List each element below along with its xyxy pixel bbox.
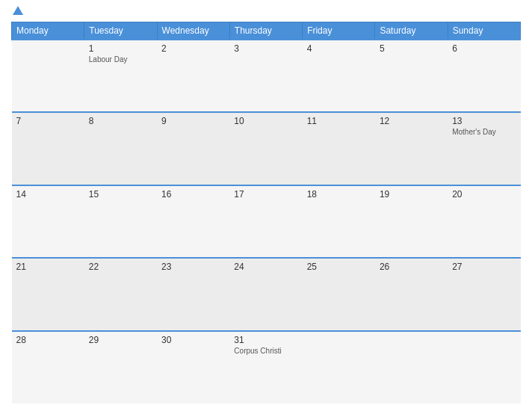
- calendar-cell: 22: [84, 258, 157, 330]
- calendar-cell: 6: [448, 40, 520, 112]
- day-number: 14: [16, 189, 80, 200]
- day-number: 27: [452, 262, 516, 272]
- day-number: 20: [452, 189, 516, 200]
- calendar-cell: 8: [84, 112, 157, 185]
- week-row-4: 21222324252627: [12, 258, 521, 330]
- day-number: 30: [161, 335, 225, 345]
- calendar-cell: 26: [375, 258, 448, 330]
- day-number: 23: [161, 262, 225, 272]
- calendar-cell: 1Labour Day: [84, 40, 157, 112]
- weekday-header-wednesday: Wednesday: [157, 22, 229, 40]
- weekday-header-row: MondayTuesdayWednesdayThursdayFridaySatu…: [12, 22, 521, 40]
- calendar-cell: 3: [229, 40, 302, 112]
- logo-triangle-icon: [13, 6, 23, 17]
- holiday-label: Corpus Christi: [234, 347, 297, 355]
- holiday-label: Mother's Day: [452, 128, 516, 136]
- calendar-cell: 25: [303, 258, 375, 330]
- calendar-cell: 17: [229, 185, 302, 258]
- week-row-5: 28293031Corpus Christi: [12, 331, 521, 404]
- calendar-cell: 29: [84, 331, 157, 404]
- calendar-cell: 4: [303, 40, 375, 112]
- day-number: 28: [16, 335, 80, 345]
- day-number: 24: [234, 262, 297, 272]
- day-number: 13: [452, 116, 516, 126]
- day-number: 3: [234, 43, 297, 54]
- calendar-cell: 12: [375, 112, 448, 185]
- weekday-header-saturday: Saturday: [375, 22, 448, 40]
- calendar-cell: [12, 40, 84, 112]
- day-number: 11: [307, 116, 371, 126]
- calendar-cell: 2: [157, 40, 229, 112]
- calendar-cell: 7: [12, 112, 84, 185]
- calendar-cell: 27: [448, 258, 520, 330]
- weekday-header-tuesday: Tuesday: [84, 22, 157, 40]
- day-number: 1: [89, 43, 152, 54]
- calendar-cell: [375, 331, 448, 404]
- day-number: 17: [234, 189, 297, 200]
- day-number: 9: [161, 116, 225, 126]
- week-row-2: 78910111213Mother's Day: [12, 112, 521, 185]
- day-number: 22: [89, 262, 152, 272]
- calendar-header: [11, 7, 521, 17]
- day-number: 12: [380, 116, 443, 126]
- calendar-cell: [448, 331, 520, 404]
- svg-marker-0: [13, 6, 23, 15]
- calendar-cell: 31Corpus Christi: [229, 331, 302, 404]
- day-number: 29: [89, 335, 152, 345]
- day-number: 7: [16, 116, 80, 126]
- calendar-cell: 13Mother's Day: [448, 112, 520, 185]
- day-number: 15: [89, 189, 152, 200]
- day-number: 25: [307, 262, 371, 272]
- day-number: 10: [234, 116, 297, 126]
- calendar-cell: 11: [303, 112, 375, 185]
- calendar-cell: 23: [157, 258, 229, 330]
- calendar-cell: 10: [229, 112, 302, 185]
- calendar-cell: 15: [84, 185, 157, 258]
- calendar-cell: 9: [157, 112, 229, 185]
- calendar-cell: 18: [303, 185, 375, 258]
- calendar-cell: 28: [12, 331, 84, 404]
- day-number: 19: [380, 189, 443, 200]
- day-number: 18: [307, 189, 371, 200]
- calendar-cell: 21: [12, 258, 84, 330]
- day-number: 31: [234, 335, 297, 345]
- weekday-header-sunday: Sunday: [448, 22, 520, 40]
- week-row-1: 1Labour Day23456: [12, 40, 521, 112]
- calendar-table: MondayTuesdayWednesdayThursdayFridaySatu…: [11, 22, 521, 404]
- weekday-header-monday: Monday: [12, 22, 84, 40]
- day-number: 2: [161, 43, 225, 54]
- week-row-3: 14151617181920: [12, 185, 521, 258]
- calendar-cell: 19: [375, 185, 448, 258]
- calendar-cell: 30: [157, 331, 229, 404]
- day-number: 4: [307, 43, 371, 54]
- weekday-header-friday: Friday: [303, 22, 375, 40]
- day-number: 6: [452, 43, 516, 54]
- calendar-cell: 16: [157, 185, 229, 258]
- day-number: 21: [16, 262, 80, 272]
- day-number: 16: [161, 189, 225, 200]
- calendar-cell: 20: [448, 185, 520, 258]
- day-number: 8: [89, 116, 152, 126]
- holiday-label: Labour Day: [89, 55, 152, 64]
- calendar-cell: 14: [12, 185, 84, 258]
- logo: [11, 7, 23, 17]
- day-number: 26: [380, 262, 443, 272]
- calendar-cell: [303, 331, 375, 404]
- day-number: 5: [380, 43, 443, 54]
- calendar-cell: 5: [375, 40, 448, 112]
- weekday-header-thursday: Thursday: [229, 22, 302, 40]
- calendar-cell: 24: [229, 258, 302, 330]
